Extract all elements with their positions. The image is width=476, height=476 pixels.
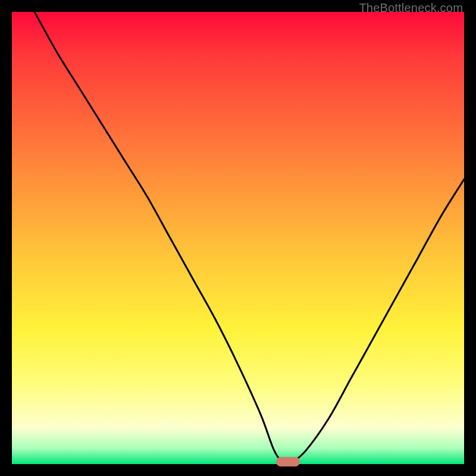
minimum-marker (276, 457, 300, 466)
watermark-text: TheBottleneck.com (359, 1, 463, 15)
chart-frame: TheBottleneck.com (0, 0, 476, 476)
plot-area (12, 12, 464, 464)
bottleneck-curve (12, 12, 464, 464)
